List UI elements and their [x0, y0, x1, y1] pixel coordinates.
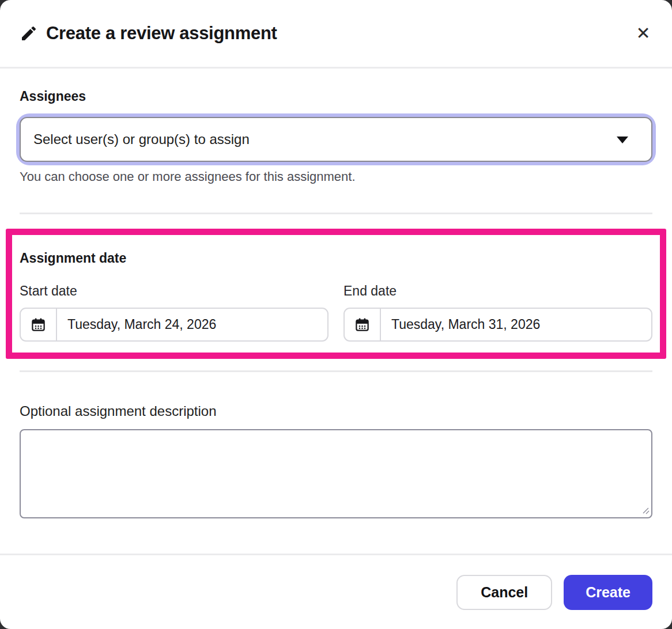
start-date-value[interactable] — [57, 309, 327, 340]
dialog-body: Assignees Select user(s) or group(s) to … — [0, 69, 672, 554]
create-review-assignment-dialog: Create a review assignment ✕ Assignees S… — [0, 0, 672, 629]
description-field-wrap — [20, 429, 652, 518]
description-label: Optional assignment description — [20, 403, 652, 419]
assignees-select[interactable]: Select user(s) or group(s) to assign — [20, 117, 652, 162]
description-textarea[interactable] — [20, 429, 652, 518]
end-date-input[interactable] — [343, 308, 652, 342]
annotation-highlight-box: Assignment date Start date — [6, 229, 666, 359]
end-date-group: End date — [343, 266, 652, 342]
calendar-icon[interactable] — [21, 309, 57, 340]
chevron-down-icon — [617, 137, 628, 143]
cancel-button[interactable]: Cancel — [456, 575, 552, 610]
assignees-helper-text: You can choose one or more assignees for… — [20, 169, 652, 184]
start-date-group: Start date — [20, 266, 329, 342]
pencil-icon — [20, 24, 38, 43]
dialog-title: Create a review assignment — [46, 23, 631, 44]
dialog-header: Create a review assignment ✕ — [0, 0, 672, 69]
assignees-label: Assignees — [20, 89, 652, 104]
end-date-value[interactable] — [381, 309, 651, 340]
close-icon[interactable]: ✕ — [631, 21, 656, 46]
divider — [20, 213, 652, 214]
start-date-label: Start date — [20, 283, 329, 299]
create-button[interactable]: Create — [564, 575, 652, 610]
date-row: Start date — [20, 266, 652, 342]
dialog-footer: Cancel Create — [0, 554, 672, 629]
calendar-icon[interactable] — [345, 309, 381, 340]
start-date-input[interactable] — [20, 308, 329, 342]
assignment-date-heading: Assignment date — [20, 251, 652, 266]
divider — [20, 370, 652, 372]
assignees-select-focus-ring: Select user(s) or group(s) to assign — [20, 117, 652, 162]
assignees-select-value: Select user(s) or group(s) to assign — [33, 131, 250, 147]
end-date-label: End date — [343, 283, 652, 299]
